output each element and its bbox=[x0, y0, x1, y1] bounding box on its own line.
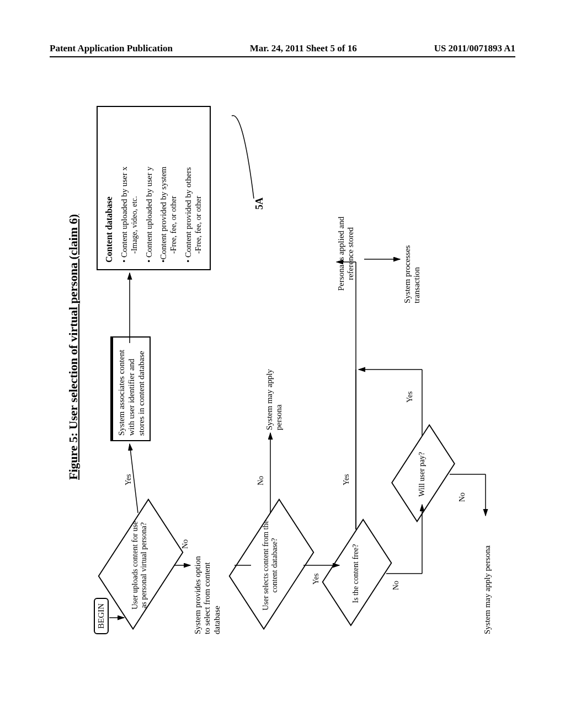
text-apply-persona-1: System may apply persona bbox=[265, 347, 284, 430]
text-system-provides-option: System provides option to select from co… bbox=[193, 552, 222, 634]
label-no-3: No bbox=[392, 581, 401, 590]
begin-box: BEGIN bbox=[94, 598, 109, 634]
diamond-user-selects-text: User selects content from the content da… bbox=[262, 518, 279, 612]
header-center: Mar. 24, 2011 Sheet 5 of 16 bbox=[250, 43, 357, 54]
db-item-user-x-sub: -Image, video, etc. bbox=[130, 114, 140, 254]
diamond-user-selects: User selects content from the content da… bbox=[240, 521, 301, 609]
db-item-user-y: Content uploaded by user y bbox=[145, 167, 153, 258]
figure-ref-5a: 5A bbox=[254, 197, 265, 210]
diamond-will-user-pay: Will user pay? bbox=[400, 441, 444, 507]
figure-area: Figure 5: User selection of virtual pers… bbox=[66, 213, 565, 645]
header-rule bbox=[50, 56, 515, 57]
process-system-associates: System associates content with user iden… bbox=[110, 336, 151, 441]
text-apply-persona-2: System may apply persona bbox=[483, 513, 492, 634]
label-yes-2: Yes bbox=[312, 574, 321, 585]
header-right: US 2011/0071893 A1 bbox=[434, 43, 515, 54]
db-item-system-sub: -Free, fee, or other bbox=[169, 114, 179, 254]
db-item-user-x: Content uploaded by user x bbox=[120, 167, 129, 258]
db-item-system: Content provided by system bbox=[159, 167, 168, 260]
text-system-processes-tx: System processes transaction bbox=[403, 215, 422, 303]
content-database-header: Content database bbox=[103, 114, 115, 263]
label-no-2: No bbox=[257, 476, 265, 485]
label-yes-3: Yes bbox=[342, 474, 351, 485]
diamond-will-user-pay-text: Will user pay? bbox=[418, 444, 427, 505]
diamond-content-free-text: Is the content free? bbox=[351, 538, 360, 609]
diamond-user-uploads-text: User uploads content for use as personal… bbox=[131, 518, 148, 612]
content-database-box: Content database • Content uploaded by u… bbox=[97, 106, 211, 270]
diamond-user-uploads: User uploads content for use as personal… bbox=[109, 521, 170, 609]
text-persona-applied: Persona is applied and reference stored bbox=[337, 204, 356, 303]
header-left: Patent Application Publication bbox=[50, 43, 173, 54]
label-yes-1: Yes bbox=[124, 474, 133, 485]
page-header: Patent Application Publication Mar. 24, … bbox=[0, 43, 565, 54]
figure-wrap: Figure 5: User selection of virtual pers… bbox=[66, 94, 499, 645]
diamond-content-free: Is the content free? bbox=[331, 538, 381, 609]
db-item-others-sub: -Free, fee, or other bbox=[194, 114, 204, 254]
label-yes-4: Yes bbox=[406, 392, 414, 403]
figure-title: Figure 5: User selection of virtual pers… bbox=[66, 214, 81, 480]
label-no-1: No bbox=[181, 539, 190, 549]
label-no-4: No bbox=[458, 493, 467, 502]
db-item-others: Content provided by others bbox=[184, 167, 193, 258]
